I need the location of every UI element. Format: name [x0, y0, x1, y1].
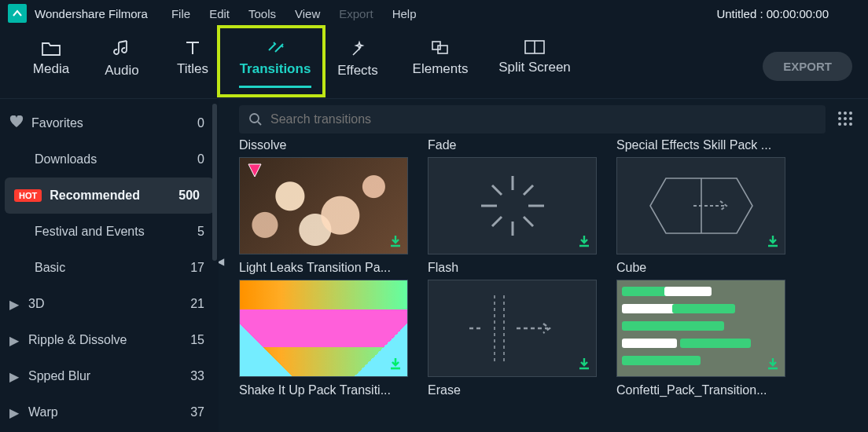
sidebar-item-count: 33	[190, 369, 204, 383]
transition-caption: Flash	[428, 261, 597, 275]
sidebar-item-label: Favorites	[31, 116, 83, 130]
main-area: Favorites 0 Downloads 0 HOT Recommended …	[0, 99, 868, 432]
svg-point-7	[844, 112, 847, 115]
cube-graphic	[638, 163, 764, 249]
svg-point-14	[849, 123, 852, 126]
svg-point-10	[844, 117, 847, 120]
sidebar-item-label: Basic	[35, 261, 65, 275]
sidebar-item-festival[interactable]: Festival and Events 5	[0, 214, 219, 250]
sidebar-item-recommended[interactable]: HOT Recommended 500	[5, 178, 214, 214]
sidebar-item-basic[interactable]: Basic 17	[0, 250, 219, 286]
svg-point-4	[250, 114, 259, 123]
menu-file[interactable]: File	[171, 7, 190, 20]
transition-label: Dissolve	[239, 138, 428, 152]
thumb-row: Light Leaks Transition Pa...	[239, 157, 857, 275]
svg-point-12	[838, 123, 841, 126]
sidebar-item-downloads[interactable]: Downloads 0	[0, 141, 219, 178]
thumbnail	[239, 280, 408, 377]
svg-point-9	[838, 117, 841, 120]
sidebar-item-label: Downloads	[35, 152, 97, 167]
search-input[interactable]	[270, 112, 816, 126]
decorative	[622, 321, 724, 331]
sidebar-item-speed-blur[interactable]: ▶ Spped Blur 33	[0, 358, 219, 394]
chevron-right-icon: ▶	[9, 297, 20, 312]
toolbar: Media Audio Titles Transitions Effects E…	[0, 27, 868, 99]
download-icon[interactable]	[388, 357, 403, 373]
sidebar-item-label: Ripple & Dissolve	[28, 333, 127, 347]
thumb-row: Shake It Up Pack Transiti... Erase	[239, 280, 857, 397]
svg-line-19	[492, 185, 502, 195]
decorative	[622, 339, 677, 348]
decorative	[664, 287, 712, 296]
menu-tools[interactable]: Tools	[248, 7, 276, 20]
content-panel: ◀ Dissolve Fade Special Effects Skill Pa…	[219, 99, 868, 432]
sidebar-item-count: 0	[197, 116, 204, 130]
thumbnail	[616, 157, 785, 254]
sidebar-item-3d[interactable]: ▶ 3D 21	[0, 286, 219, 322]
svg-line-20	[524, 217, 533, 226]
flash-graphic	[465, 167, 560, 245]
sidebar-scrollbar[interactable]	[212, 104, 217, 261]
shapes-icon	[430, 39, 451, 57]
sidebar-item-count: 21	[190, 297, 204, 311]
search-box[interactable]	[239, 105, 826, 134]
transition-label: Fade	[428, 138, 616, 152]
download-icon[interactable]	[577, 234, 591, 251]
transition-caption: Shake It Up Pack Transiti...	[239, 383, 408, 397]
tab-titles[interactable]: Titles	[157, 35, 228, 77]
tab-elements[interactable]: Elements	[393, 35, 487, 77]
transition-item-confetti[interactable]: Confetti_Pack_Transition...	[616, 280, 805, 397]
sidebar-item-count: 5	[197, 225, 204, 239]
erase-graphic	[446, 289, 579, 368]
text-icon	[184, 39, 201, 57]
transition-item-shake[interactable]: Shake It Up Pack Transiti...	[239, 280, 428, 397]
wand-icon	[348, 39, 367, 58]
sidebar-item-label: 3D	[28, 297, 44, 311]
thumbnail	[428, 280, 597, 377]
sidebar-item-label: Recommended	[50, 189, 140, 203]
decorative	[680, 339, 751, 348]
tab-media[interactable]: Media	[16, 35, 86, 77]
hot-badge: HOT	[14, 189, 42, 202]
transition-caption: Light Leaks Transition Pa...	[239, 261, 408, 275]
tab-transitions-label: Transitions	[240, 61, 311, 77]
sidebar-item-count: 37	[190, 405, 204, 419]
decorative	[672, 304, 735, 313]
search-icon	[248, 112, 263, 126]
sidebar-item-warp[interactable]: ▶ Warp 37	[0, 394, 219, 430]
transition-caption: Confetti_Pack_Transition...	[616, 383, 785, 397]
tab-split-screen[interactable]: Split Screen	[487, 35, 582, 75]
download-icon[interactable]	[577, 357, 591, 373]
transition-item-light-leaks[interactable]: Light Leaks Transition Pa...	[239, 157, 428, 275]
sidebar-item-count: 500	[178, 189, 200, 203]
tab-media-label: Media	[33, 61, 69, 77]
sidebar-item-ripple[interactable]: ▶ Ripple & Dissolve 15	[0, 322, 219, 358]
transition-item-erase[interactable]: Erase	[428, 280, 616, 397]
transition-item-cube[interactable]: Cube	[616, 157, 805, 275]
tab-effects-label: Effects	[337, 63, 378, 79]
collapse-sidebar-handle[interactable]: ◀	[219, 256, 224, 267]
heart-icon	[9, 115, 24, 131]
sidebar: Favorites 0 Downloads 0 HOT Recommended …	[0, 99, 219, 432]
tab-effects[interactable]: Effects	[322, 35, 393, 79]
transition-caption: Cube	[616, 261, 785, 275]
tab-titles-label: Titles	[177, 61, 208, 77]
svg-point-11	[849, 117, 852, 120]
menu-items: File Edit Tools View Export Help	[171, 7, 417, 20]
transition-label: Special Effects Skill Pack ...	[616, 138, 805, 152]
sidebar-item-favorites[interactable]: Favorites 0	[0, 105, 219, 141]
transition-item-flash[interactable]: Flash	[428, 157, 616, 275]
grid-view-button[interactable]	[833, 111, 857, 129]
menu-bar: Wondershare Filmora File Edit Tools View…	[0, 0, 868, 27]
download-icon[interactable]	[388, 234, 403, 251]
menu-view[interactable]: View	[295, 7, 320, 20]
menu-help[interactable]: Help	[392, 7, 417, 20]
tab-transitions[interactable]: Transitions	[228, 35, 322, 77]
export-button[interactable]: EXPORT	[763, 52, 852, 81]
tab-audio[interactable]: Audio	[86, 35, 157, 79]
download-icon[interactable]	[766, 234, 780, 251]
download-icon[interactable]	[766, 357, 780, 373]
menu-edit[interactable]: Edit	[209, 7, 230, 20]
sidebar-item-count: 17	[190, 261, 204, 275]
app-title: Wondershare Filmora	[35, 7, 148, 20]
